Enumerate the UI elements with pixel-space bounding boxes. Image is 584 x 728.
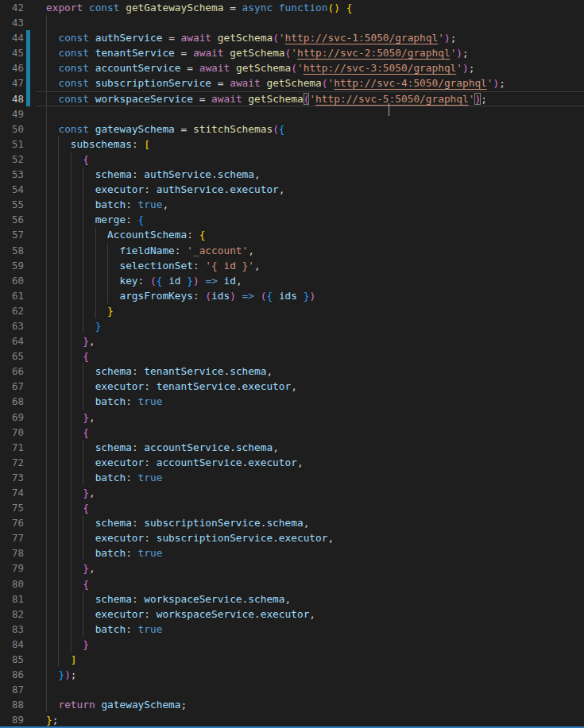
- line-number[interactable]: 85: [0, 652, 24, 667]
- code-line[interactable]: 46 const accountService = await getSchem…: [0, 60, 584, 75]
- line-number[interactable]: 74: [0, 485, 24, 500]
- code-line[interactable]: 74 },: [0, 485, 584, 500]
- code-line[interactable]: 47 const subscriptionService = await get…: [0, 75, 584, 91]
- line-number[interactable]: 48: [0, 91, 24, 106]
- line-number[interactable]: 53: [0, 167, 24, 182]
- code-line[interactable]: 79 },: [0, 560, 584, 576]
- code-line[interactable]: 57 AccountSchema: {: [0, 227, 584, 242]
- code-line[interactable]: 80 {: [0, 576, 584, 591]
- line-number[interactable]: 77: [0, 530, 24, 545]
- url-link[interactable]: http://svc-2:5050/graphql: [297, 47, 451, 59]
- code-line[interactable]: 65 {: [0, 349, 584, 364]
- line-number[interactable]: 57: [0, 227, 24, 242]
- code-line[interactable]: 44 const authService = await getSchema('…: [0, 30, 584, 45]
- code-line[interactable]: 84 }: [0, 637, 584, 652]
- code-line[interactable]: 69 },: [0, 410, 584, 425]
- line-number[interactable]: 60: [0, 273, 24, 288]
- code-line[interactable]: 59 selectionSet: '{ id }',: [0, 258, 584, 273]
- code-line[interactable]: 75 {: [0, 500, 584, 515]
- line-number[interactable]: 66: [0, 364, 24, 379]
- code-line[interactable]: 72 executor: accountService.executor,: [0, 455, 584, 470]
- code-line[interactable]: 82 executor: workspaceService.executor,: [0, 607, 584, 622]
- code-line[interactable]: 88 return gatewaySchema;: [0, 697, 584, 712]
- line-number[interactable]: 62: [0, 303, 24, 318]
- line-number[interactable]: 70: [0, 425, 24, 440]
- line-number[interactable]: 83: [0, 622, 24, 637]
- line-number[interactable]: 65: [0, 349, 24, 364]
- code-line[interactable]: 49: [0, 106, 584, 121]
- line-number[interactable]: 76: [0, 515, 24, 530]
- code-line[interactable]: 51 subschemas: [: [0, 137, 584, 152]
- line-number[interactable]: 80: [0, 576, 24, 591]
- code-line[interactable]: 62 }: [0, 303, 584, 318]
- url-link[interactable]: http://svc-3:5050/graphql: [304, 62, 457, 74]
- line-number[interactable]: 42: [0, 0, 24, 15]
- code-line[interactable]: 58 fieldName: '_account',: [0, 243, 584, 258]
- code-line[interactable]: 53 schema: authService.schema,: [0, 167, 584, 182]
- code-line[interactable]: 54 executor: authService.executor,: [0, 182, 584, 197]
- line-number[interactable]: 44: [0, 30, 24, 45]
- url-link[interactable]: http://svc-1:5050/graphql: [285, 32, 439, 44]
- line-number[interactable]: 51: [0, 137, 24, 152]
- line-number[interactable]: 43: [0, 15, 24, 30]
- code-line[interactable]: 89};: [0, 712, 584, 727]
- line-number[interactable]: 84: [0, 637, 24, 652]
- code-line[interactable]: 77 executor: subscriptionService.executo…: [0, 530, 584, 545]
- code-line[interactable]: 64 },: [0, 333, 584, 349]
- line-number[interactable]: 61: [0, 288, 24, 303]
- line-number[interactable]: 86: [0, 667, 24, 682]
- code-line[interactable]: 83 batch: true: [0, 622, 584, 637]
- code-line[interactable]: 67 executor: tenantService.executor,: [0, 379, 584, 394]
- line-number[interactable]: 81: [0, 591, 24, 607]
- code-line[interactable]: 70 {: [0, 425, 584, 440]
- line-number[interactable]: 54: [0, 182, 24, 197]
- line-number[interactable]: 68: [0, 394, 24, 409]
- code-line[interactable]: 50 const gatewaySchema = stitchSchemas({: [0, 121, 584, 137]
- line-number[interactable]: 56: [0, 212, 24, 227]
- code-line[interactable]: 55 batch: true,: [0, 197, 584, 212]
- url-link[interactable]: http://svc-4:5050/graphql: [334, 77, 487, 89]
- line-number[interactable]: 63: [0, 318, 24, 333]
- code-line[interactable]: 56 merge: {: [0, 212, 584, 227]
- line-number[interactable]: 89: [0, 712, 24, 727]
- code-line[interactable]: 86 });: [0, 667, 584, 682]
- line-number[interactable]: 82: [0, 607, 24, 622]
- line-number[interactable]: 49: [0, 106, 24, 121]
- code-line[interactable]: 66 schema: tenantService.schema,: [0, 364, 584, 379]
- line-number[interactable]: 59: [0, 258, 24, 273]
- url-link[interactable]: http://svc-5: [315, 93, 389, 105]
- line-number[interactable]: 46: [0, 60, 24, 75]
- line-number[interactable]: 78: [0, 545, 24, 560]
- line-number[interactable]: 47: [0, 75, 24, 91]
- code-line[interactable]: 87: [0, 682, 584, 697]
- line-number[interactable]: 87: [0, 682, 24, 697]
- line-number[interactable]: 69: [0, 410, 24, 425]
- code-line[interactable]: 68 batch: true: [0, 394, 584, 409]
- code-line[interactable]: 63 }: [0, 318, 584, 333]
- line-number[interactable]: 67: [0, 379, 24, 394]
- code-line[interactable]: 76 schema: subscriptionService.schema,: [0, 515, 584, 530]
- code-line[interactable]: 48 const workspaceService = await getSch…: [0, 91, 584, 106]
- code-line[interactable]: 78 batch: true: [0, 545, 584, 560]
- code-line[interactable]: 61 argsFromKeys: (ids) => ({ ids }): [0, 288, 584, 303]
- url-link[interactable]: :5050/graphql: [389, 93, 469, 105]
- code-line[interactable]: 45 const tenantService = await getSchema…: [0, 45, 584, 60]
- code-line[interactable]: 52 {: [0, 152, 584, 167]
- line-number[interactable]: 71: [0, 440, 24, 455]
- code-line[interactable]: 43: [0, 15, 584, 30]
- code-line[interactable]: 81 schema: workspaceService.schema,: [0, 591, 584, 607]
- code-editor[interactable]: 42export const getGatewaySchema = async …: [0, 0, 584, 728]
- line-number[interactable]: 58: [0, 243, 24, 258]
- code-line[interactable]: 85 ]: [0, 652, 584, 667]
- line-number[interactable]: 55: [0, 197, 24, 212]
- code-line[interactable]: 42export const getGatewaySchema = async …: [0, 0, 584, 15]
- code-line[interactable]: 73 batch: true: [0, 470, 584, 485]
- line-number[interactable]: 79: [0, 560, 24, 576]
- line-number[interactable]: 73: [0, 470, 24, 485]
- line-number[interactable]: 64: [0, 333, 24, 349]
- line-number[interactable]: 72: [0, 455, 24, 470]
- line-number[interactable]: 45: [0, 45, 24, 60]
- line-number[interactable]: 50: [0, 121, 24, 137]
- line-number[interactable]: 88: [0, 697, 24, 712]
- code-line[interactable]: 71 schema: accountService.schema,: [0, 440, 584, 455]
